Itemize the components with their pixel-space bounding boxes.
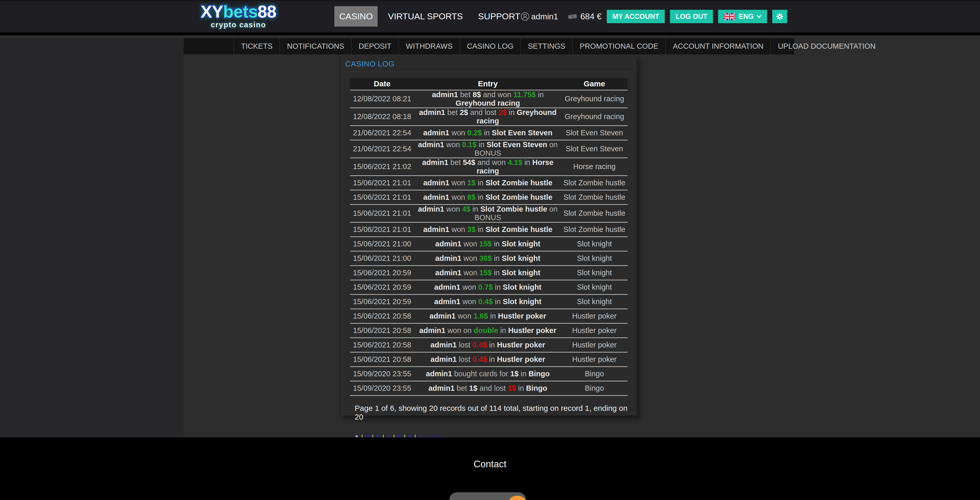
cell-game: Slot knight: [562, 280, 628, 294]
subnav-item-tickets[interactable]: TICKETS: [234, 38, 279, 54]
entry-segment: 0.7$: [478, 283, 493, 291]
table-row: 21/06/2021 22:54admin1 won 0.1$ in Slot …: [350, 140, 628, 158]
entry-segment: 0.4$: [473, 355, 487, 363]
entry-segment: in: [498, 326, 508, 334]
cell-date: 15/06/2021 21:02: [350, 158, 414, 175]
user-icon: [521, 12, 530, 21]
subnav-item-settings[interactable]: SETTINGS: [520, 38, 572, 54]
cell-game: Greyhound racing: [562, 90, 628, 108]
entry-segment: admin1: [423, 225, 450, 234]
cell-entry: admin1 won 0.7$ in Slot knight: [414, 280, 562, 294]
cell-date: 15/09/2020 23:55: [350, 381, 414, 395]
cell-game: Slot Zombie hustle: [562, 204, 628, 222]
entry-segment: 0.2$: [467, 129, 482, 137]
cell-game: Slot Zombie hustle: [562, 222, 628, 237]
entry-segment: won: [449, 225, 467, 234]
table-row: 15/06/2021 21:02admin1 bet 54$ and won 4…: [350, 158, 628, 175]
subnav-item-upload-documentation[interactable]: UPLOAD DOCUMENTATION: [770, 38, 883, 54]
entry-segment: admin1: [418, 205, 444, 213]
entry-segment: won: [461, 240, 479, 248]
cell-date: 15/06/2021 20:58: [350, 309, 414, 323]
records-summary: Page 1 of 6, showing 20 records out of 1…: [355, 404, 637, 421]
entry-segment: admin1: [422, 158, 449, 167]
cell-entry: admin1 won 15$ in Slot knight: [414, 266, 562, 280]
subnav-item-deposit[interactable]: DEPOSIT: [351, 38, 398, 54]
cell-game: Bingo: [562, 366, 628, 381]
entry-segment: 0.1$: [462, 140, 477, 149]
entry-segment: 1$: [508, 384, 516, 392]
table-row: 15/06/2021 21:01admin1 won 1$ in Slot Zo…: [350, 175, 628, 190]
entry-segment: Slot Zombie hustle: [485, 225, 552, 234]
entry-segment: Bingo: [529, 369, 550, 378]
table-row: 15/06/2021 20:59admin1 won 0.4$ in Slot …: [350, 294, 628, 309]
cell-date: 15/06/2021 20:58: [350, 323, 414, 338]
cell-game: Greyhound racing: [562, 108, 628, 126]
cell-game: Horse racing: [562, 158, 628, 175]
cell-game: Hustler poker: [562, 323, 628, 338]
language-selector[interactable]: ENG: [718, 10, 767, 23]
entry-segment: bet: [448, 158, 463, 167]
site-logo[interactable]: XYbets88 crypto casino: [188, 3, 289, 29]
table-row: 15/06/2021 20:58admin1 lost 0.4$ in Hust…: [350, 338, 628, 352]
entry-segment: admin1: [434, 298, 461, 306]
secondary-nav: TICKETSNOTIFICATIONSDEPOSITWITHDRAWSCASI…: [183, 38, 794, 54]
topnav-casino[interactable]: CASINO: [334, 6, 378, 27]
table-row: 12/08/2022 08:18admin1 bet 2$ and lost 2…: [350, 108, 628, 126]
cell-entry: admin1 bet 54$ and won 4.1$ in Horse rac…: [414, 158, 562, 175]
entry-segment: in: [492, 240, 502, 248]
entry-segment: and lost: [468, 108, 498, 116]
topnav-support[interactable]: SUPPORT: [473, 6, 525, 27]
entry-segment: admin1: [423, 193, 450, 201]
table-row: 15/06/2021 21:00admin1 won 36$ in Slot k…: [350, 251, 628, 266]
entry-segment: bet: [445, 108, 460, 116]
subnav-item-casino-log[interactable]: CASINO LOG: [460, 38, 521, 54]
entry-segment: in: [493, 283, 503, 291]
subnav-item-notifications[interactable]: NOTIFICATIONS: [279, 38, 351, 54]
primary-nav: CASINOVIRTUAL SPORTSSUPPORT: [334, 6, 525, 27]
entry-segment: in: [471, 205, 480, 213]
log-out-button[interactable]: LOG OUT: [670, 10, 713, 23]
entry-segment: Greyhound racing: [456, 99, 520, 107]
cell-entry: admin1 lost 0.4$ in Hustler poker: [414, 338, 562, 352]
entry-segment: in: [519, 369, 529, 378]
entry-segment: 4.1$: [508, 158, 522, 167]
user-cluster: admin1 684 € MY ACCOUNT LOG OUT: [521, 10, 787, 23]
entry-segment: admin1: [426, 369, 452, 378]
entry-segment: Slot Even Steven: [487, 140, 547, 149]
cell-date: 15/06/2021 20:59: [350, 294, 414, 309]
table-row: 15/06/2021 20:59admin1 won 0.7$ in Slot …: [350, 280, 628, 294]
entry-segment: admin1: [435, 269, 461, 277]
cell-date: 15/06/2021 21:00: [350, 251, 414, 266]
entry-segment: won: [449, 178, 467, 187]
cell-game: Hustler poker: [562, 352, 628, 366]
topnav-virtual-sports[interactable]: VIRTUAL SPORTS: [383, 6, 468, 27]
left-margin: [0, 38, 183, 437]
table-row: 15/06/2021 20:58admin1 won on double in …: [350, 323, 628, 338]
table-row: 15/06/2021 20:58admin1 won 1.6$ in Hustl…: [350, 309, 628, 323]
entry-segment: Slot knight: [502, 254, 541, 263]
subnav-item-account-information[interactable]: ACCOUNT INFORMATION: [665, 38, 770, 54]
entry-segment: in: [536, 91, 546, 99]
entry-segment: in: [493, 298, 503, 306]
subnav-item-withdraws[interactable]: WITHDRAWS: [398, 38, 460, 54]
table-row: 15/06/2021 21:01admin1 won 8$ in Slot Zo…: [350, 190, 628, 204]
table-row: 15/09/2020 23:55admin1 bought cards for …: [350, 366, 628, 381]
logo-tagline: crypto casino: [188, 21, 289, 29]
entry-segment: in: [476, 193, 485, 201]
entry-segment: 3$: [467, 225, 476, 234]
settings-button[interactable]: [772, 10, 787, 23]
entry-segment: won: [460, 283, 478, 291]
entry-segment: 15$: [479, 240, 492, 248]
cell-game: Slot Even Steven: [562, 140, 628, 158]
casino-log-table: DateEntryGame 12/08/2022 08:21admin1 bet…: [350, 78, 628, 396]
my-account-button[interactable]: MY ACCOUNT: [607, 10, 665, 23]
entry-segment: won: [449, 129, 467, 137]
entry-segment: 2$: [460, 108, 468, 116]
subnav-item-promotional-code[interactable]: PROMOTIONAL CODE: [572, 38, 665, 54]
entry-segment: 1$: [511, 369, 519, 378]
column-header-date: Date: [350, 78, 414, 90]
cell-date: 15/06/2021 20:58: [350, 338, 414, 352]
cell-game: Bingo: [562, 381, 628, 395]
entry-segment: bought cards for: [452, 369, 511, 378]
logo-part-88: 88: [258, 2, 276, 21]
